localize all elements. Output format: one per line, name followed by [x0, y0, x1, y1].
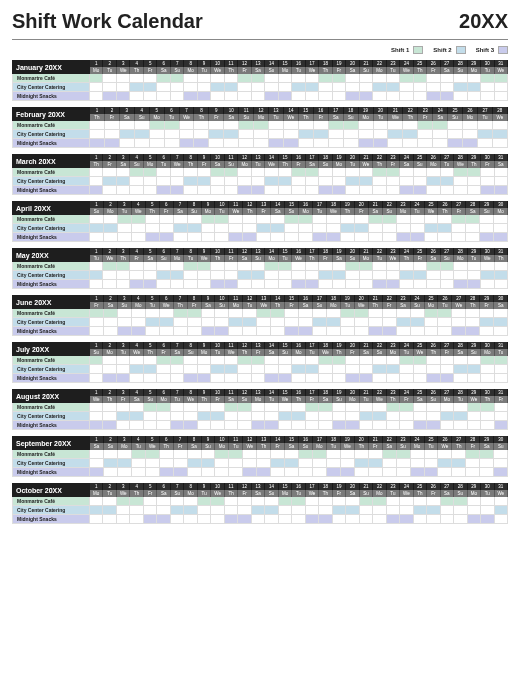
shift-cell [243, 318, 257, 327]
day-number: 29 [468, 389, 481, 396]
shift-cell [171, 365, 184, 374]
day-number: 4 [135, 107, 150, 114]
day-of-week: Th [130, 67, 143, 74]
shift-cell [438, 450, 452, 459]
day-of-week: Su [279, 349, 292, 356]
shift-cell [427, 403, 440, 412]
day-number: 19 [341, 436, 355, 443]
shift-cell [359, 121, 374, 130]
day-number: 4 [130, 483, 143, 490]
day-number: 28 [454, 60, 467, 67]
day-number: 8 [188, 436, 202, 443]
day-number: 23 [387, 483, 400, 490]
day-number: 10 [211, 483, 224, 490]
shift-cell [144, 356, 157, 365]
shift-cell [117, 262, 130, 271]
shift-cell [327, 459, 341, 468]
day-number: 16 [314, 107, 329, 114]
shift-cell [157, 262, 170, 271]
shift-cell [271, 318, 285, 327]
shift-cell [387, 403, 400, 412]
shift-cell [369, 233, 383, 242]
day-of-week: Mo [90, 490, 103, 497]
shift-cell [414, 515, 427, 524]
shift-cell [495, 74, 508, 83]
shift-cell [495, 92, 508, 101]
day-of-week: Fr [160, 208, 174, 215]
day-of-week: Su [215, 302, 229, 309]
shift-cell [130, 83, 143, 92]
shift-cell [243, 459, 257, 468]
shift-cell [202, 459, 216, 468]
shift-cell [103, 497, 116, 506]
shift-cell [397, 215, 411, 224]
day-number: 12 [238, 248, 251, 255]
shift-cell [103, 356, 116, 365]
day-of-week: Th [225, 67, 238, 74]
day-of-week: Sa [346, 67, 359, 74]
shift-cell [360, 365, 373, 374]
day-of-week: Th [198, 396, 211, 403]
day-number: 17 [329, 107, 344, 114]
day-of-week: Fr [466, 443, 480, 450]
shift-cell [327, 450, 341, 459]
day-of-week: Sa [285, 443, 299, 450]
day-number: 22 [373, 248, 386, 255]
day-of-week: Th [414, 490, 427, 497]
business-row-label: Midnight Snacks [12, 468, 90, 477]
day-of-week: We [117, 67, 130, 74]
shift-cell [279, 412, 292, 421]
shift-cell [468, 506, 481, 515]
day-of-week: Sa [252, 490, 265, 497]
shift-cell [495, 262, 508, 271]
shift-cell [144, 280, 157, 289]
day-number: 17 [306, 154, 319, 161]
day-of-week: Su [344, 114, 359, 121]
legend-label: Shift 2 [433, 47, 451, 53]
day-number: 13 [252, 342, 265, 349]
shift-cell [202, 215, 216, 224]
shift-cell [333, 412, 346, 421]
shift-cell [346, 506, 359, 515]
business-row-label: City Center Catering [12, 224, 90, 233]
shift-cell [130, 403, 143, 412]
day-of-week: Fr [144, 67, 157, 74]
shift-cell [414, 280, 427, 289]
shift-cell [184, 515, 197, 524]
day-of-week: We [180, 114, 195, 121]
shift-cell [466, 224, 480, 233]
shift-cell [243, 309, 257, 318]
day-number: 25 [425, 201, 439, 208]
shift-cell [90, 403, 103, 412]
shift-cell [313, 215, 327, 224]
day-number: 17 [306, 248, 319, 255]
shift-cell [188, 224, 202, 233]
day-of-week: Mo [132, 302, 146, 309]
shift-cell [346, 92, 359, 101]
day-number: 7 [171, 60, 184, 67]
day-of-week: Tu [90, 255, 103, 262]
shift-cell [90, 280, 103, 289]
day-number: 19 [333, 154, 346, 161]
shift-cell [265, 186, 278, 195]
day-of-week: Sa [157, 67, 170, 74]
shift-cell [441, 271, 454, 280]
day-number: 18 [327, 295, 341, 302]
day-of-week: Su [90, 208, 104, 215]
shift-cell [184, 177, 197, 186]
day-of-week: Mo [292, 349, 305, 356]
day-of-week: Sa [427, 255, 440, 262]
shift-cell [327, 309, 341, 318]
shift-cell [383, 233, 397, 242]
shift-cell [466, 459, 480, 468]
shift-cell [374, 121, 389, 130]
shift-cell [211, 497, 224, 506]
day-number: 25 [414, 483, 427, 490]
shift-cell [285, 450, 299, 459]
day-number: 1 [90, 389, 103, 396]
shift-cell [146, 327, 160, 336]
shift-cell [292, 515, 305, 524]
shift-cell [229, 459, 243, 468]
day-number: 17 [306, 483, 319, 490]
shift-cell [427, 262, 440, 271]
